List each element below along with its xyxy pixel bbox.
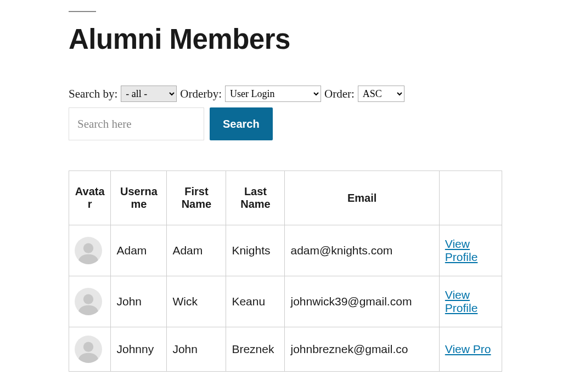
cell-username: John — [111, 276, 167, 327]
decorative-line — [69, 11, 96, 12]
person-icon — [76, 240, 100, 264]
header-last-name: Last Name — [226, 171, 285, 225]
svg-point-0 — [83, 243, 93, 253]
svg-point-1 — [83, 294, 93, 304]
filter-bar: Search by: - all - Orderby: User Login O… — [69, 86, 562, 102]
search-button[interactable]: Search — [210, 107, 273, 140]
header-action — [439, 171, 502, 225]
search-by-label: Search by: — [69, 87, 117, 101]
header-username: Username — [111, 171, 167, 225]
person-icon — [76, 339, 100, 363]
table-row: Adam Adam Knights adam@knights.com View … — [69, 225, 502, 276]
orderby-label: Orderby: — [180, 87, 222, 101]
search-input[interactable] — [69, 107, 204, 140]
cell-username: Johnny — [111, 327, 167, 372]
cell-first-name: Wick — [167, 276, 226, 327]
avatar — [75, 237, 102, 264]
members-table: Avatar Username First Name Last Name Ema… — [69, 171, 502, 372]
person-icon — [76, 291, 100, 315]
header-first-name: First Name — [167, 171, 226, 225]
cell-last-name: Keanu — [226, 276, 285, 327]
cell-email: adam@knights.com — [285, 225, 439, 276]
cell-first-name: Adam — [167, 225, 226, 276]
header-email: Email — [285, 171, 439, 225]
view-profile-link[interactable]: View Profile — [445, 288, 478, 314]
order-select[interactable]: ASC — [358, 86, 404, 102]
page-title: Alumni Members — [69, 23, 562, 55]
table-row: Johnny John Breznek johnbreznek@gmail.co… — [69, 327, 502, 372]
cell-last-name: Knights — [226, 225, 285, 276]
view-profile-link[interactable]: View Pro — [445, 343, 491, 355]
header-avatar: Avatar — [69, 171, 111, 225]
cell-email: johnwick39@gmail.com — [285, 276, 439, 327]
orderby-select[interactable]: User Login — [225, 86, 321, 102]
cell-email: johnbreznek@gmail.co — [285, 327, 439, 372]
avatar — [75, 288, 102, 315]
order-label: Order: — [324, 87, 355, 101]
cell-first-name: John — [167, 327, 226, 372]
cell-last-name: Breznek — [226, 327, 285, 372]
search-row: Search — [69, 107, 562, 140]
view-profile-link[interactable]: View Profile — [445, 237, 478, 263]
search-by-select[interactable]: - all - — [121, 86, 177, 102]
avatar — [75, 336, 102, 363]
table-row: John Wick Keanu johnwick39@gmail.com Vie… — [69, 276, 502, 327]
table-header-row: Avatar Username First Name Last Name Ema… — [69, 171, 502, 225]
cell-username: Adam — [111, 225, 167, 276]
svg-point-2 — [83, 342, 93, 352]
